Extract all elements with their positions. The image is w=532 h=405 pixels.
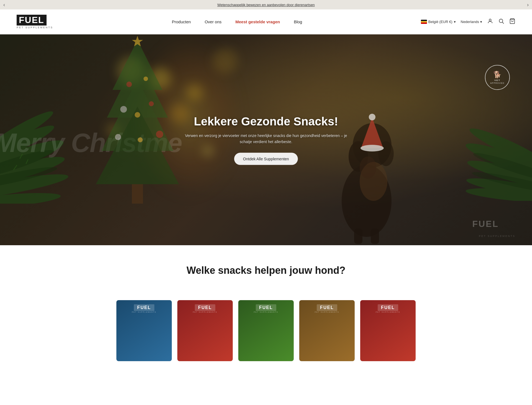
hero-subtitle: Verwen en verzorg je viervoeter met onze… bbox=[183, 133, 349, 145]
hero-content: Lekkere Gezonde Snacks! Verwen en verzor… bbox=[183, 115, 349, 165]
header-right: België (EUR €) ▾ Nederlands ▾ bbox=[421, 18, 515, 26]
product-card-1[interactable]: FUEL PET SUPPLEMENTS bbox=[116, 300, 172, 361]
svg-point-32 bbox=[360, 156, 376, 179]
products-row: FUEL PET SUPPLEMENTS FUEL PET SUPPLEMENT… bbox=[0, 292, 532, 361]
vet-badge-line2: APPROVED bbox=[490, 82, 505, 84]
vet-badge-line1: VET bbox=[494, 79, 500, 82]
hero-section: Merry Christme bbox=[0, 34, 532, 245]
svg-point-45 bbox=[138, 137, 143, 142]
svg-point-28 bbox=[369, 114, 375, 120]
product-5-label: FUEL bbox=[378, 304, 398, 311]
svg-line-2 bbox=[502, 22, 504, 24]
product-3-sub: PET SUPPLEMENTS bbox=[254, 311, 278, 313]
svg-point-27 bbox=[360, 145, 384, 151]
logo-brand: FUEL bbox=[17, 15, 47, 26]
country-label: België (EUR €) bbox=[428, 20, 452, 24]
vet-approved-badge: 🐕 VET APPROVED bbox=[485, 65, 510, 90]
christmas-tree bbox=[96, 34, 179, 206]
svg-point-1 bbox=[499, 19, 503, 23]
vet-icon: 🐕 bbox=[493, 71, 502, 79]
svg-point-44 bbox=[156, 131, 163, 138]
announcement-text: Wetenschappelijk bewezen en aanbevolen d… bbox=[217, 3, 315, 7]
product-card-4[interactable]: FUEL PET SUPPLEMENTS bbox=[299, 300, 355, 361]
svg-point-43 bbox=[115, 134, 121, 140]
fuel-watermark-text: FUEL bbox=[472, 219, 499, 229]
main-nav: Producten Over ons Meest gestelde vragen… bbox=[172, 19, 302, 24]
svg-point-42 bbox=[135, 112, 140, 118]
fuel-watermark-sub-text: PET SUPPLEMENTS bbox=[479, 235, 515, 237]
country-selector[interactable]: België (EUR €) ▾ bbox=[421, 20, 456, 24]
product-4-label: FUEL bbox=[317, 304, 337, 311]
hero-title: Lekkere Gezonde Snacks! bbox=[183, 115, 349, 128]
products-section: Welke snacks helpen jouw hond? bbox=[0, 245, 532, 292]
product-2-label: FUEL bbox=[195, 304, 215, 311]
product-1-label: FUEL bbox=[134, 304, 154, 311]
product-card-5[interactable]: FUEL PET SUPPLEMENTS bbox=[360, 300, 416, 361]
flag-icon bbox=[421, 20, 427, 24]
language-selector[interactable]: Nederlands ▾ bbox=[461, 20, 482, 24]
nav-meest-gestelde-vragen[interactable]: Meest gestelde vragen bbox=[235, 19, 280, 24]
hero-cta-button[interactable]: Ontdek Alle Supplementen bbox=[234, 153, 298, 165]
svg-rect-30 bbox=[354, 229, 362, 244]
announcement-prev-button[interactable]: ‹ bbox=[0, 0, 8, 9]
section-title: Welke snacks helpen jouw hond? bbox=[17, 265, 515, 276]
announcement-bar: ‹ Wetenschappelijk bewezen en aanbevolen… bbox=[0, 0, 532, 9]
svg-point-40 bbox=[120, 106, 127, 113]
svg-rect-37 bbox=[132, 184, 143, 204]
nav-producten[interactable]: Producten bbox=[172, 19, 191, 24]
cart-icon[interactable] bbox=[509, 18, 515, 26]
nav-blog[interactable]: Blog bbox=[294, 19, 302, 24]
logo[interactable]: FUEL PET SUPPLEMENTS bbox=[17, 15, 53, 29]
logo-tagline: PET SUPPLEMENTS bbox=[17, 26, 53, 29]
hero-fuel-watermark: FUEL PET SUPPLEMENTS bbox=[479, 235, 515, 237]
product-5-sub: PET SUPPLEMENTS bbox=[376, 311, 400, 313]
product-1-sub: PET SUPPLEMENTS bbox=[132, 311, 156, 313]
svg-point-41 bbox=[149, 101, 154, 106]
svg-point-0 bbox=[489, 19, 491, 21]
user-icon[interactable] bbox=[487, 18, 493, 26]
country-chevron-icon: ▾ bbox=[454, 20, 456, 24]
search-icon[interactable] bbox=[498, 18, 504, 26]
svg-point-38 bbox=[126, 82, 132, 87]
language-label: Nederlands bbox=[461, 20, 479, 24]
product-4-sub: PET SUPPLEMENTS bbox=[315, 311, 339, 313]
svg-rect-31 bbox=[371, 229, 379, 244]
product-card-3[interactable]: FUEL PET SUPPLEMENTS bbox=[238, 300, 294, 361]
product-card-2[interactable]: FUEL PET SUPPLEMENTS bbox=[177, 300, 233, 361]
announcement-next-button[interactable]: › bbox=[524, 0, 532, 9]
header: FUEL PET SUPPLEMENTS Producten Over ons … bbox=[0, 9, 532, 34]
product-3-label: FUEL bbox=[256, 304, 276, 311]
svg-point-39 bbox=[144, 77, 148, 81]
product-2-sub: PET SUPPLEMENTS bbox=[193, 311, 217, 313]
nav-over-ons[interactable]: Over ons bbox=[205, 19, 222, 24]
language-chevron-icon: ▾ bbox=[480, 20, 482, 24]
